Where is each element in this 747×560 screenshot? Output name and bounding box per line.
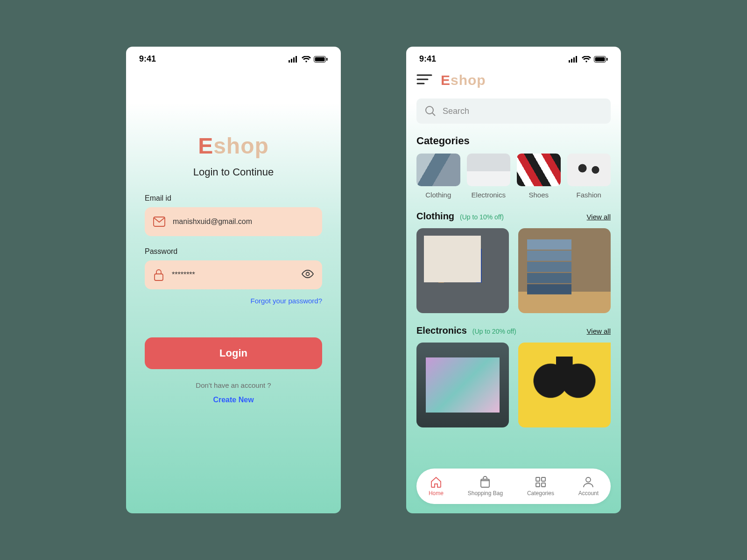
battery-icon [314, 56, 328, 63]
category-label: Fashion [577, 191, 601, 199]
category-label: Shoes [529, 191, 549, 199]
tab-label: Categories [527, 490, 554, 497]
category-thumb [567, 154, 611, 186]
brand-shop: shop [451, 72, 486, 88]
brand-logo: Eshop [198, 133, 269, 159]
no-account-text: Don't have an account ? [196, 381, 271, 389]
home-body: Eshop Search Categories Clothing Electro… [406, 68, 621, 513]
user-icon [582, 476, 594, 488]
svg-rect-25 [536, 483, 540, 487]
category-clothing[interactable]: Clothing [416, 154, 460, 199]
svg-line-21 [432, 113, 435, 116]
tab-account[interactable]: Account [578, 476, 599, 497]
section-name: Electronics [416, 325, 467, 336]
svg-rect-23 [536, 477, 540, 481]
view-all-clothing[interactable]: View all [587, 213, 611, 221]
brand-e: E [198, 133, 213, 158]
svg-rect-16 [606, 58, 608, 61]
product-card[interactable] [518, 228, 611, 313]
svg-point-27 [586, 477, 591, 482]
section-deal: (Up to 20% off) [472, 328, 516, 335]
product-card[interactable] [416, 343, 509, 427]
svg-rect-12 [573, 57, 575, 63]
svg-rect-5 [315, 57, 325, 61]
svg-rect-13 [576, 56, 577, 63]
home-header: Eshop [416, 72, 611, 88]
section-electronics-header: Electronics (Up to 20% off) View all [416, 325, 611, 336]
email-value: manishxuid@gmail.com [173, 217, 314, 226]
svg-rect-10 [569, 60, 570, 63]
svg-rect-6 [326, 58, 328, 61]
brand-shop: shop [213, 133, 269, 158]
product-card[interactable] [518, 343, 611, 427]
tab-home[interactable]: Home [429, 476, 444, 497]
svg-rect-3 [296, 56, 297, 63]
svg-point-20 [426, 106, 433, 114]
login-screen: 9:41 Eshop Login to Continue Email id ma… [126, 47, 341, 513]
product-card[interactable] [416, 228, 509, 313]
tab-categories[interactable]: Categories [527, 476, 554, 497]
category-fashion[interactable]: Fashion [567, 154, 611, 199]
categories-row: Clothing Electronics Shoes Fashion [416, 154, 611, 199]
status-icons [569, 56, 608, 63]
status-time: 9:41 [419, 54, 436, 64]
mail-icon [153, 217, 165, 227]
section-electronics-products [416, 343, 611, 427]
tab-shopping-bag[interactable]: Shopping Bag [468, 476, 503, 497]
category-label: Electronics [472, 191, 506, 199]
status-time: 9:41 [139, 54, 156, 64]
hamburger-icon [416, 74, 432, 84]
section-clothing-products [416, 228, 611, 313]
category-electronics[interactable]: Electronics [467, 154, 511, 199]
toggle-password-visibility[interactable] [302, 269, 314, 280]
eye-icon [302, 269, 314, 279]
section-clothing-header: Clothing (Up to 10% off) View all [416, 211, 611, 222]
wifi-icon [582, 56, 591, 63]
svg-rect-15 [595, 57, 605, 61]
section-name: Clothing [416, 211, 454, 222]
svg-rect-1 [291, 59, 292, 63]
email-field[interactable]: manishxuid@gmail.com [145, 207, 322, 236]
svg-rect-24 [542, 477, 545, 481]
category-shoes[interactable]: Shoes [517, 154, 561, 199]
create-account-link[interactable]: Create New [213, 396, 254, 404]
svg-rect-11 [571, 59, 572, 63]
forgot-password-link[interactable]: Forgot your password? [251, 297, 322, 305]
signal-icon [569, 56, 579, 63]
login-body: Eshop Login to Continue Email id manishx… [126, 68, 341, 513]
home-icon [430, 476, 442, 488]
search-icon [425, 105, 436, 117]
menu-button[interactable] [416, 74, 432, 86]
category-thumb [416, 154, 460, 186]
view-all-electronics[interactable]: View all [587, 327, 611, 335]
search-placeholder: Search [443, 106, 469, 116]
search-input[interactable]: Search [416, 98, 611, 124]
tab-label: Shopping Bag [468, 490, 503, 497]
wifi-icon [302, 56, 311, 63]
svg-rect-8 [155, 274, 163, 280]
login-tagline: Login to Continue [193, 166, 274, 178]
category-thumb [517, 154, 561, 186]
category-thumb [467, 154, 511, 186]
categories-heading: Categories [416, 135, 611, 147]
password-value: ******** [172, 271, 294, 279]
svg-rect-2 [293, 57, 295, 63]
status-icons [289, 56, 328, 63]
bag-icon [479, 476, 491, 488]
svg-point-9 [306, 273, 310, 276]
home-screen: 9:41 Eshop Search Categories Clothing [406, 47, 621, 513]
status-bar: 9:41 [126, 47, 341, 68]
email-label: Email id [145, 194, 171, 203]
battery-icon [594, 56, 608, 63]
password-field[interactable]: ******** [145, 260, 322, 289]
status-bar: 9:41 [406, 47, 621, 68]
signal-icon [289, 56, 299, 63]
category-label: Clothing [425, 191, 451, 199]
brand-logo: Eshop [441, 72, 486, 88]
grid-icon [535, 476, 547, 488]
login-button[interactable]: Login [145, 337, 322, 369]
brand-e: E [441, 72, 451, 88]
svg-rect-26 [542, 483, 545, 487]
section-deal: (Up to 10% off) [460, 213, 504, 221]
bottom-tabbar: Home Shopping Bag Categories Account [416, 469, 611, 504]
